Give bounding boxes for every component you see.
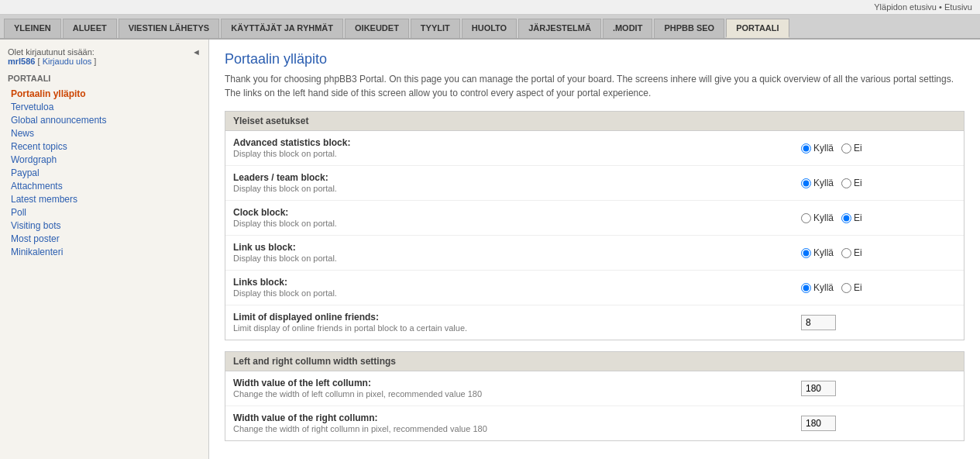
- sidebar-menu-item-visiting-bots[interactable]: Visiting bots: [8, 219, 201, 232]
- setting-control-0: Kyllä Ei: [801, 143, 956, 154]
- sidebar-menu-item-paypal[interactable]: Paypal: [8, 167, 201, 179]
- sidebar-menu-item-minikalenteri[interactable]: Minikalenteri: [8, 246, 201, 258]
- radio-input-kyllä-0[interactable]: [801, 143, 811, 154]
- sidebar: ◄ Olet kirjautunut sisään: mrl586 [ Kirj…: [0, 40, 209, 459]
- setting-label-3: Link us block:Display this block on port…: [233, 242, 801, 264]
- setting-label-5: Limit of displayed online friends:Limit …: [233, 312, 801, 333]
- radio-kyllä-4[interactable]: Kyllä: [801, 282, 834, 293]
- setting-control-0: [801, 381, 956, 396]
- setting-label-0: Advanced statistics block:Display this b…: [233, 137, 801, 159]
- radio-ei-0[interactable]: Ei: [841, 143, 862, 154]
- radio-input-kyllä-3[interactable]: [801, 248, 811, 258]
- radio-input-kyllä-4[interactable]: [801, 283, 811, 293]
- setting-label-0: Width value of the left collumn:Change t…: [233, 378, 801, 399]
- nav-tab-oikeudet[interactable]: OIKEUDET: [345, 19, 409, 38]
- nav-tab-huolto[interactable]: HUOLTO: [462, 19, 517, 38]
- setting-row-2: Clock block:Display this block on portal…: [225, 201, 964, 236]
- radio-input-ei-4[interactable]: [841, 283, 851, 293]
- setting-row-4: Links block:Display this block on portal…: [225, 271, 964, 305]
- sidebar-menu-item-tervetuloa[interactable]: Tervetuloa: [8, 101, 201, 113]
- radio-input-ei-0[interactable]: [841, 143, 851, 154]
- sidebar-menu-item-portaalin-ylläpito[interactable]: Portaalin ylläpito: [8, 88, 201, 100]
- page-description: Thank you for choosing phpBB3 Portal. On…: [225, 72, 965, 100]
- setting-row-1: Width value of the right collumn:Change …: [225, 406, 964, 440]
- setting-label-1: Leaders / team block:Display this block …: [233, 172, 801, 194]
- nav-tab-järjestelmä[interactable]: JÄRJESTELMÄ: [518, 19, 601, 38]
- sidebar-menu-item-recent-topics[interactable]: Recent topics: [8, 140, 201, 153]
- radio-input-ei-1[interactable]: [841, 178, 851, 188]
- setting-label-2: Clock block:Display this block on portal…: [233, 207, 801, 229]
- radio-kyllä-1[interactable]: Kyllä: [801, 178, 834, 188]
- setting-control-4: Kyllä Ei: [801, 282, 956, 293]
- general-settings-section: Yleiset asetukset Advanced statistics bl…: [225, 111, 965, 340]
- general-settings-header: Yleiset asetukset: [225, 112, 964, 131]
- setting-label-1: Width value of the right collumn:Change …: [233, 412, 801, 434]
- radio-kyllä-2[interactable]: Kyllä: [801, 212, 834, 223]
- sidebar-menu-item-attachments[interactable]: Attachments: [8, 180, 201, 192]
- topbar-text: Yläpidon etusivu • Etusivu: [874, 2, 972, 12]
- column-settings-header: Left and right collumn width settings: [225, 352, 964, 371]
- setting-row-0: Width value of the left collumn:Change t…: [225, 371, 964, 406]
- sidebar-menu-item-news[interactable]: News: [8, 127, 201, 140]
- radio-kyllä-3[interactable]: Kyllä: [801, 247, 834, 258]
- setting-row-3: Link us block:Display this block on port…: [225, 236, 964, 271]
- sidebar-menu-item-wordgraph[interactable]: Wordgraph: [8, 154, 201, 166]
- nav-tab-viestien-lähetys[interactable]: VIESTIEN LÄHETYS: [119, 19, 220, 38]
- radio-ei-2[interactable]: Ei: [841, 212, 862, 223]
- nav-tab-käyttäjät-ja-ryhmät[interactable]: KÄYTTÄJÄT JA RYHMÄT: [221, 19, 343, 38]
- setting-control-1: Kyllä Ei: [801, 178, 956, 188]
- sidebar-menu-item-most-poster[interactable]: Most poster: [8, 233, 201, 245]
- sidebar-section-title: PORTAALI: [8, 74, 201, 83]
- nav-tab-phpbb-seo[interactable]: PHPBB SEO: [654, 19, 724, 38]
- nav-tab-tyylit[interactable]: TYYLIT: [411, 19, 460, 38]
- setting-label-4: Links block:Display this block on portal…: [233, 277, 801, 299]
- sidebar-menu-item-global-announcements[interactable]: Global announcements: [8, 114, 201, 126]
- nav-tab-.modit[interactable]: .MODIT: [603, 19, 653, 38]
- setting-row-0: Advanced statistics block:Display this b…: [225, 131, 964, 166]
- sidebar-menu-item-poll[interactable]: Poll: [8, 206, 201, 219]
- radio-ei-1[interactable]: Ei: [841, 178, 862, 188]
- nav-tab-yleinen[interactable]: YLEINEN: [4, 19, 61, 38]
- text-input-1[interactable]: [801, 416, 836, 431]
- setting-row-1: Leaders / team block:Display this block …: [225, 166, 964, 201]
- nav-tabs: YLEINENALUEETVIESTIEN LÄHETYSKÄYTTÄJÄT J…: [0, 15, 980, 40]
- nav-tab-alueet[interactable]: ALUEET: [63, 19, 117, 38]
- setting-control-5: [801, 315, 956, 330]
- top-bar: Yläpidon etusivu • Etusivu: [0, 0, 980, 15]
- radio-input-ei-2[interactable]: [841, 213, 851, 223]
- sidebar-menu-item-latest-members[interactable]: Latest members: [8, 193, 201, 205]
- content-area: Portaalin ylläpito Thank you for choosin…: [209, 40, 980, 459]
- setting-control-1: [801, 416, 956, 431]
- radio-input-kyllä-1[interactable]: [801, 178, 811, 188]
- page-title: Portaalin ylläpito: [225, 51, 965, 67]
- radio-ei-4[interactable]: Ei: [841, 282, 862, 293]
- radio-input-ei-3[interactable]: [841, 248, 851, 258]
- collapse-button[interactable]: ◄: [192, 47, 201, 57]
- radio-kyllä-0[interactable]: Kyllä: [801, 143, 834, 154]
- text-input-0[interactable]: [801, 381, 836, 396]
- username-link[interactable]: mrl586: [8, 57, 35, 66]
- radio-input-kyllä-2[interactable]: [801, 213, 811, 223]
- setting-control-3: Kyllä Ei: [801, 247, 956, 258]
- text-input-5[interactable]: [801, 315, 836, 330]
- nav-tab-portaali[interactable]: PORTAALI: [726, 19, 789, 38]
- column-settings-section: Left and right collumn width settings Wi…: [225, 351, 965, 441]
- radio-ei-3[interactable]: Ei: [841, 247, 862, 258]
- setting-row-5: Limit of displayed online friends:Limit …: [225, 305, 964, 340]
- login-text: Olet kirjautunut sisään:: [8, 47, 95, 57]
- logout-link[interactable]: Kirjaudu ulos: [43, 57, 92, 66]
- setting-control-2: Kyllä Ei: [801, 212, 956, 223]
